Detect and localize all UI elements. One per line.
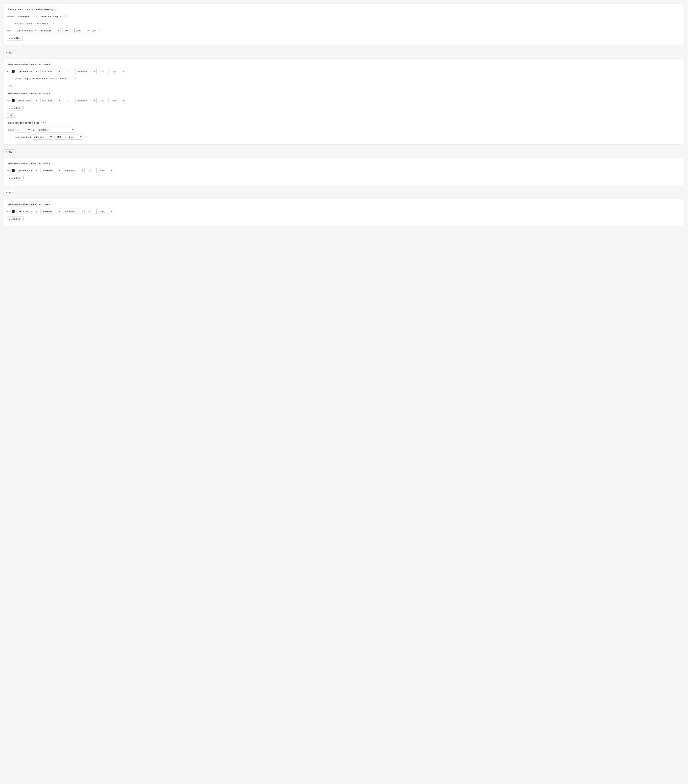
or-btn-1[interactable]: OR — [7, 84, 15, 88]
where-label-1: where — [15, 77, 21, 80]
false-input-1[interactable] — [59, 76, 73, 81]
in-the-last-select-1[interactable]: in the last — [75, 69, 97, 74]
email-marketing-select[interactable]: email marketing — [40, 14, 63, 19]
in-the-last-select-5[interactable]: in the last — [63, 209, 84, 214]
where-row-x-btn-1[interactable]: ✕ — [74, 77, 77, 80]
or-divider-1: OR — [7, 83, 681, 89]
email-icon-4 — [12, 210, 15, 212]
days-value-input-3[interactable] — [98, 98, 109, 103]
list-row-x-btn[interactable]: ✕ — [84, 136, 87, 138]
add-filter-btn-4[interactable]: ⊌ Add Filter — [7, 216, 24, 221]
add-filter-btn-2[interactable]: ⊌ Add Filter — [7, 106, 24, 110]
subscribed-date-select[interactable]: subscribed date — [15, 28, 38, 33]
in-the-last-select-2[interactable]: in the last — [75, 98, 97, 103]
vert-connector-1 — [8, 47, 8, 49]
zero-times-select-2[interactable]: zero times — [41, 209, 62, 214]
and-connector-3-wrapper: + AND — [3, 187, 685, 199]
days-select-2[interactable]: days — [110, 69, 126, 74]
ago-label: ago — [92, 29, 96, 32]
opened-email-select[interactable]: Opened Email — [16, 69, 39, 74]
and-connector-2-wrapper: + AND — [3, 146, 685, 158]
block-opened-zero: What someone has done (or not done) Has … — [3, 158, 685, 185]
add-filter-btn-1[interactable]: ⊌ Add filter — [7, 36, 23, 41]
filter-icon-2: ⊌ — [9, 107, 10, 109]
email-icon-2 — [12, 99, 15, 102]
has-label-3: Has — [7, 169, 11, 172]
is-at-least-select-2[interactable]: is at least — [41, 69, 62, 74]
vert-connector-3 — [8, 187, 8, 189]
is-select[interactable]: is — [15, 127, 31, 132]
can-receive-select[interactable]: can receive — [15, 14, 38, 19]
sub-block-opened-email: What someone has done (or not done) Has … — [7, 62, 681, 81]
clicked-email-select[interactable]: Clicked Email — [16, 98, 39, 103]
days-select-1[interactable]: days — [74, 28, 91, 33]
sub-block-clicked-email: What someone has done (or not done) Has … — [7, 91, 681, 110]
count-input-1[interactable] — [63, 69, 74, 74]
info-icon: i — [64, 15, 67, 18]
opened-email-select-2[interactable]: Opened Email — [16, 168, 39, 173]
days-value-input-2[interactable] — [98, 69, 109, 74]
person-label-2: Person — [7, 128, 14, 131]
and-label: And — [7, 29, 14, 32]
and-connector-1-wrapper: + AND — [3, 47, 685, 59]
and-btn-2[interactable]: + AND — [3, 149, 15, 154]
days-select-4[interactable]: days — [67, 134, 83, 140]
days-value-input-4[interactable] — [55, 134, 66, 140]
marketing-type-select[interactable]: If someone can or cannot receive marketi… — [7, 7, 57, 12]
count-input-2[interactable] — [63, 98, 74, 103]
and-was-added-label: and was added — [15, 136, 31, 138]
equals-label-1: equals — [50, 77, 57, 80]
because-close-btn[interactable]: ✕ — [51, 22, 55, 25]
block-or-group: What someone has done (or not done) Has … — [3, 59, 685, 144]
filter-icon-3: ⊌ — [9, 177, 10, 179]
email-icon-1 — [12, 70, 15, 72]
days-select-5[interactable]: days — [98, 168, 114, 173]
vert-connector-3b — [8, 196, 8, 199]
clicked-email-select-2[interactable]: Clicked Email — [16, 209, 39, 214]
in-the-last-select-3[interactable]: in the last — [32, 134, 53, 140]
is-at-least-select-3[interactable]: is at least — [41, 98, 62, 103]
vert-connector-1b — [8, 56, 8, 59]
what-done-select-4[interactable]: What someone has done (or not done) — [7, 202, 52, 207]
and-btn-1[interactable]: + AND — [3, 50, 15, 55]
person-label: Person — [7, 15, 14, 18]
and-btn-3[interactable]: + AND — [3, 190, 15, 195]
is-at-least-select-1[interactable]: is at least — [40, 28, 61, 33]
filter-icon-1: ⊌ — [9, 37, 10, 39]
vert-connector-2b — [8, 156, 8, 158]
apple-privacy-select[interactable]: Apple Privacy Open — [23, 76, 49, 81]
days-select-6[interactable]: days — [98, 209, 114, 214]
or-btn-2[interactable]: OR — [7, 113, 15, 118]
in-label: in — [33, 128, 35, 131]
or-divider-2: OR — [7, 112, 681, 119]
days-value-input-5[interactable] — [86, 168, 97, 173]
sub-block-list: If someone is in or not in a list Person… — [7, 120, 681, 140]
list-type-select[interactable]: If someone is in or not in a list — [7, 120, 46, 125]
because-person-label: Because person — [15, 22, 32, 25]
what-done-select-3[interactable]: What someone has done (or not done) — [7, 161, 52, 166]
has-label-2: Has — [7, 99, 11, 102]
has-label-4: Has — [7, 210, 11, 213]
newsletter-select[interactable]: Newsletter — [36, 127, 75, 132]
has-label-1: Has — [7, 70, 11, 73]
block-marketing: If someone can or cannot receive marketi… — [3, 3, 685, 45]
in-the-last-select-4[interactable]: in the last — [63, 168, 84, 173]
block-clicked-zero: What someone has done (or not done) Has … — [3, 199, 685, 226]
days-select-3[interactable]: days — [110, 98, 126, 103]
and-row-close-btn[interactable]: ✕ — [97, 29, 101, 32]
vert-connector-2 — [8, 146, 8, 148]
zero-times-select-1[interactable]: zero times — [41, 168, 62, 173]
add-filter-btn-3[interactable]: ⊌ Add Filter — [7, 176, 24, 180]
email-icon-3 — [12, 169, 15, 172]
days-value-input-6[interactable] — [86, 209, 97, 214]
subscribed-select[interactable]: subscribed — [33, 21, 50, 26]
what-done-select-1[interactable]: What someone has done (or not done) — [7, 62, 52, 67]
what-done-select-2[interactable]: What someone has done (or not done) — [7, 91, 52, 96]
days-value-input-1[interactable] — [63, 28, 73, 33]
filter-icon-4: ⊌ — [9, 218, 10, 220]
